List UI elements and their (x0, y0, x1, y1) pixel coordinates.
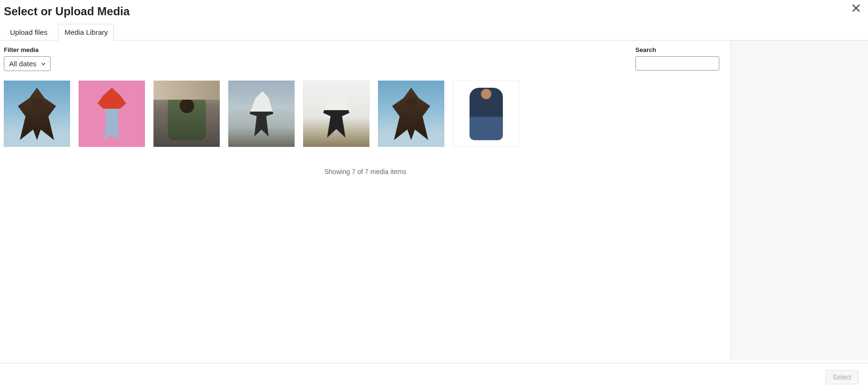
select-button[interactable]: Select (826, 370, 858, 384)
media-thumb-5[interactable] (303, 81, 369, 147)
modal-title: Select or Upload Media (4, 4, 864, 19)
search-block: Search (635, 46, 719, 71)
media-thumb-1[interactable] (4, 81, 70, 147)
filter-label: Filter media (4, 46, 51, 53)
media-thumb-2[interactable] (79, 81, 145, 147)
filter-block: Filter media All dates (4, 46, 51, 71)
media-count-text: Showing 7 of 7 media items (4, 168, 727, 175)
date-filter-select[interactable]: All dates (4, 56, 51, 71)
modal-footer: Select (0, 363, 868, 391)
media-thumb-3[interactable] (153, 81, 220, 147)
tab-media-library[interactable]: Media Library (58, 24, 114, 41)
filters-row: Filter media All dates Search (4, 46, 727, 71)
attachment-details-sidebar (731, 41, 868, 360)
content-area: Filter media All dates Search (0, 41, 731, 360)
media-thumb-4[interactable] (228, 81, 295, 147)
media-grid (4, 81, 727, 147)
date-filter-wrap: All dates (4, 56, 51, 71)
close-button[interactable] (852, 4, 860, 14)
tab-bar: Upload files Media Library (0, 23, 868, 41)
search-label: Search (635, 46, 719, 53)
media-thumb-7[interactable] (453, 81, 519, 147)
close-icon (852, 6, 860, 14)
media-modal: Select or Upload Media Upload files Medi… (0, 0, 868, 391)
search-input[interactable] (635, 56, 719, 71)
tab-upload-files[interactable]: Upload files (4, 24, 53, 41)
modal-body: Filter media All dates Search (0, 41, 868, 360)
modal-header: Select or Upload Media (0, 0, 868, 19)
media-thumb-6[interactable] (378, 81, 444, 147)
